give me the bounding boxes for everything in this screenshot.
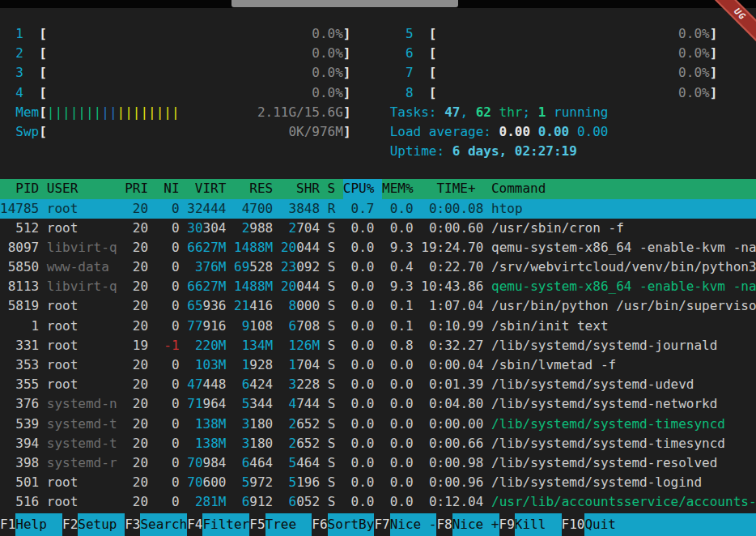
meter-line-3: 3 [ 0.0%] 7 [ 0.0%] <box>0 63 756 83</box>
process-row-398[interactable]: 398 systemd-r 20 0 70984 6464 5464 S 0.0… <box>0 453 756 473</box>
process-row-14785[interactable]: 14785 root 20 0 32444 4700 3848 R 0.7 0.… <box>0 199 756 219</box>
fkey-number: F10 <box>562 513 585 536</box>
window-tab-handle[interactable] <box>231 0 458 7</box>
process-row-539[interactable]: 539 systemd-t 20 0 138M 3180 2652 S 0.0 … <box>0 415 756 434</box>
fkey-search[interactable]: F3Search <box>125 513 187 536</box>
fkey-label: Search <box>140 513 187 536</box>
process-row-5819[interactable]: 5819 root 20 0 65936 21416 8000 S 0.0 0.… <box>0 296 756 316</box>
fkey-number: F9 <box>499 513 515 536</box>
process-table-header-row[interactable]: PID USER PRI NI VIRT RES SHR S CPU% MEM%… <box>0 179 756 198</box>
meter-line-2: 2 [ 0.0%] 6 [ 0.0%] <box>0 44 756 63</box>
fkey-nice--[interactable]: F7Nice - <box>374 513 436 536</box>
uptime-line: Uptime: 6 days, 02:27:19 <box>0 142 756 161</box>
fkey-label: Tree <box>265 513 312 536</box>
process-row-394[interactable]: 394 systemd-t 20 0 138M 3180 2652 S 0.0 … <box>0 434 756 453</box>
fkey-label: Quit <box>584 513 756 536</box>
process-row-353[interactable]: 353 root 20 0 103M 1928 1704 S 0.0 0.0 0… <box>0 355 756 375</box>
process-row-376[interactable]: 376 systemd-n 20 0 71964 5344 4744 S 0.0… <box>0 394 756 414</box>
fkey-number: F5 <box>249 513 265 536</box>
fkey-filter[interactable]: F4Filter <box>187 513 249 536</box>
meter-line-mem: Mem[||||||||||||||||| 2.11G/15.6G] Tasks… <box>0 103 756 122</box>
fkey-number: F1 <box>0 513 15 536</box>
process-row-8097[interactable]: 8097 libvirt-q 20 0 6627M 1488M 20044 S … <box>0 238 756 257</box>
process-row-516[interactable]: 516 root 20 0 281M 6912 6052 S 0.0 0.0 0… <box>0 492 756 512</box>
fkey-label: Setup <box>78 513 125 536</box>
terminal-screen: UG 1 [ 0.0%] 5 [ 0.0%] 2 [ 0.0%] 6 [ 0.0… <box>0 0 756 536</box>
meter-line-4: 4 [ 0.0%] 8 [ 0.0%] <box>0 83 756 103</box>
process-row-5850[interactable]: 5850 www-data 20 0 376M 69528 23092 S 0.… <box>0 257 756 277</box>
process-row-512[interactable]: 512 root 20 0 30304 2988 2704 S 0.0 0.0 … <box>0 219 756 238</box>
fkey-nice-+[interactable]: F8Nice + <box>436 513 499 536</box>
fkey-number: F6 <box>312 513 327 536</box>
fkey-label: Filter <box>202 513 249 536</box>
fkey-number: F7 <box>374 513 389 536</box>
fkey-label: SortBy <box>328 513 375 536</box>
process-row-8113[interactable]: 8113 libvirt-q 20 0 6627M 1488M 20044 S … <box>0 277 756 296</box>
debug-ribbon-text: UG <box>732 6 748 23</box>
fkey-quit[interactable]: F10Quit <box>562 513 756 536</box>
fkey-number: F2 <box>62 513 78 536</box>
process-row-501[interactable]: 501 root 20 0 70600 5972 5196 S 0.0 0.0 … <box>0 473 756 492</box>
fkey-label: Nice - <box>390 513 437 536</box>
meter-line-1: 1 [ 0.0%] 5 [ 0.0%] <box>0 24 756 44</box>
htop-app: 1 [ 0.0%] 5 [ 0.0%] 2 [ 0.0%] 6 [ 0.0%] … <box>0 8 756 536</box>
fkey-help[interactable]: F1Help <box>0 513 62 536</box>
fkey-number: F8 <box>436 513 452 536</box>
process-row-331[interactable]: 331 root 19 -1 220M 134M 126M S 0.0 0.8 … <box>0 336 756 355</box>
meter-line-swp: Swp[ 0K/976M] Load average: 0.00 0.00 0.… <box>0 122 756 142</box>
htop-header-meters: 1 [ 0.0%] 5 [ 0.0%] 2 [ 0.0%] 6 [ 0.0%] … <box>0 8 756 161</box>
window-top-strip <box>0 0 756 8</box>
fkey-label: Kill <box>515 513 562 536</box>
fkey-kill[interactable]: F9Kill <box>499 513 562 536</box>
process-table-header[interactable]: PID USER PRI NI VIRT RES SHR S CPU% MEM%… <box>0 179 756 198</box>
fkey-number: F3 <box>125 513 140 536</box>
fkey-sortby[interactable]: F6SortBy <box>312 513 374 536</box>
function-key-bar: F1Help F2Setup F3SearchF4FilterF5Tree F6… <box>0 513 756 536</box>
fkey-label: Nice + <box>452 513 499 536</box>
process-row-1[interactable]: 1 root 20 0 77916 9108 6708 S 0.0 0.1 0:… <box>0 317 756 336</box>
fkey-setup[interactable]: F2Setup <box>62 513 125 536</box>
fkey-label: Help <box>15 513 62 536</box>
fkey-number: F4 <box>187 513 202 536</box>
fkey-tree[interactable]: F5Tree <box>249 513 312 536</box>
process-list: 14785 root 20 0 32444 4700 3848 R 0.7 0.… <box>0 199 756 513</box>
process-row-355[interactable]: 355 root 20 0 47448 6424 3228 S 0.0 0.0 … <box>0 375 756 394</box>
